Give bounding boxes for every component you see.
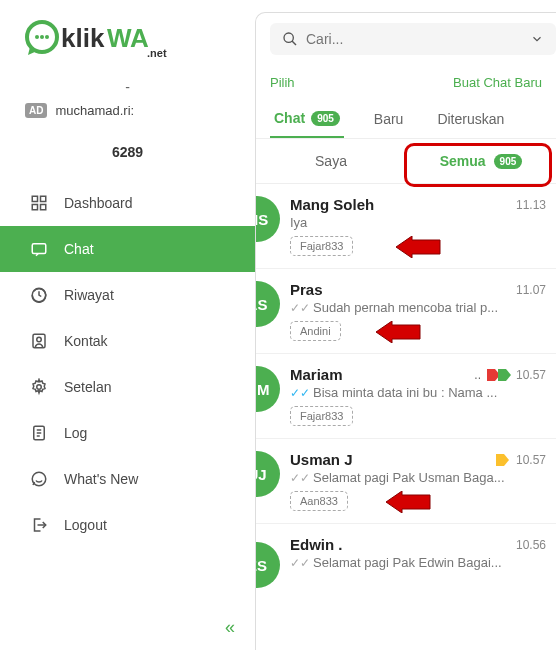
tab-saya[interactable]: Saya bbox=[256, 139, 406, 183]
search-input[interactable] bbox=[306, 31, 522, 47]
avatar: ES bbox=[256, 542, 280, 588]
chat-list: MS Mang Soleh 11.13 Iya Fajar833 AS Pras… bbox=[256, 184, 556, 600]
tab-label: Saya bbox=[315, 153, 347, 169]
collapse-sidebar-button[interactable]: « bbox=[225, 617, 235, 638]
svg-rect-7 bbox=[32, 196, 37, 201]
history-icon bbox=[30, 286, 48, 304]
agent-tag: Fajar833 bbox=[290, 236, 353, 256]
chat-time: 11.07 bbox=[516, 283, 546, 297]
svg-text:klik: klik bbox=[61, 23, 105, 53]
nav-logout[interactable]: Logout bbox=[0, 502, 255, 548]
nav-log[interactable]: Log bbox=[0, 410, 255, 456]
nav-dashboard[interactable]: Dashboard bbox=[0, 180, 255, 226]
main-panel: Pilih Buat Chat Baru Chat 905 Baru Diter… bbox=[255, 12, 556, 650]
ticks-blue-icon: ✓✓ bbox=[290, 386, 310, 400]
chat-item[interactable]: AS Pras 11.07 ✓✓Sudah pernah mencoba tri… bbox=[256, 269, 556, 354]
chat-time: 10.56 bbox=[516, 538, 546, 552]
chat-name: Pras bbox=[290, 281, 323, 298]
nav-whatsnew[interactable]: What's New bbox=[0, 456, 255, 502]
dots-indicator: .. bbox=[474, 368, 481, 382]
nav-setelan[interactable]: Setelan bbox=[0, 364, 255, 410]
svg-rect-10 bbox=[41, 205, 46, 210]
new-chat-button[interactable]: Buat Chat Baru bbox=[453, 75, 542, 90]
chat-count-badge: 905 bbox=[311, 111, 340, 126]
chat-icon bbox=[30, 240, 48, 258]
whatsapp-icon bbox=[30, 470, 48, 488]
chat-name: Usman J bbox=[290, 451, 353, 468]
top-actions: Pilih Buat Chat Baru bbox=[256, 65, 556, 100]
sidebar: klik WA .net - AD muchamad.ri: 6289 Dash… bbox=[0, 0, 255, 650]
nav-label: Riwayat bbox=[64, 287, 114, 303]
log-icon bbox=[30, 424, 48, 442]
agent-tag: Aan833 bbox=[290, 491, 348, 511]
tab-diteruskan[interactable]: Diteruskan bbox=[433, 100, 508, 138]
tab-label: Diteruskan bbox=[437, 111, 504, 127]
nav-label: What's New bbox=[64, 471, 138, 487]
grid-icon bbox=[30, 194, 48, 212]
tab-baru[interactable]: Baru bbox=[370, 100, 408, 138]
chat-item[interactable]: UJ Usman J 10.57 ✓✓Selamat pagi Pak Usma… bbox=[256, 439, 556, 524]
contact-icon bbox=[30, 332, 48, 350]
tab-semua[interactable]: Semua 905 bbox=[406, 139, 556, 183]
svg-text:.net: .net bbox=[147, 47, 167, 59]
chat-item[interactable]: MM Mariam .. 10.57 ✓✓Bisa minta data ini… bbox=[256, 354, 556, 439]
ticks-icon: ✓✓ bbox=[290, 301, 310, 315]
nav-chat[interactable]: Chat bbox=[0, 226, 255, 272]
svg-point-18 bbox=[284, 33, 293, 42]
tag-yellow-icon bbox=[496, 454, 510, 466]
agent-tag: Andini bbox=[290, 321, 341, 341]
svg-rect-11 bbox=[32, 244, 46, 254]
chat-name: Mariam bbox=[290, 366, 343, 383]
nav-label: Chat bbox=[64, 241, 94, 257]
avatar: MS bbox=[256, 196, 280, 242]
tab-label: Semua bbox=[440, 153, 486, 169]
svg-point-3 bbox=[45, 35, 49, 39]
nav-label: Dashboard bbox=[64, 195, 133, 211]
tab-label: Baru bbox=[374, 111, 404, 127]
select-button[interactable]: Pilih bbox=[270, 75, 295, 90]
tabs-primary: Chat 905 Baru Diteruskan bbox=[256, 100, 556, 139]
logout-icon bbox=[30, 516, 48, 534]
user-block: AD muchamad.ri: bbox=[0, 103, 255, 118]
semua-count-badge: 905 bbox=[494, 154, 523, 169]
username: muchamad.ri: bbox=[55, 103, 134, 118]
avatar: AS bbox=[256, 281, 280, 327]
chat-time: 10.57 bbox=[516, 453, 546, 467]
ticks-icon: ✓✓ bbox=[290, 556, 310, 570]
chat-preview: ✓✓Sudah pernah mencoba trial p... bbox=[290, 300, 546, 315]
tabs-secondary: Saya Semua 905 bbox=[256, 139, 556, 184]
nav: Dashboard Chat Riwayat Kontak Setelan Lo… bbox=[0, 180, 255, 548]
phone-number: 6289 bbox=[0, 130, 255, 174]
nav-riwayat[interactable]: Riwayat bbox=[0, 272, 255, 318]
dash-indicator: - bbox=[0, 79, 255, 95]
nav-kontak[interactable]: Kontak bbox=[0, 318, 255, 364]
chat-time: 11.13 bbox=[516, 198, 546, 212]
nav-label: Log bbox=[64, 425, 87, 441]
chat-preview: ✓✓Selamat pagi Pak Edwin Bagai... bbox=[290, 555, 546, 570]
svg-point-14 bbox=[37, 337, 42, 342]
chat-name: Edwin . bbox=[290, 536, 343, 553]
svg-text:WA: WA bbox=[107, 23, 149, 53]
chat-preview: Iya bbox=[290, 215, 546, 230]
chat-name: Mang Soleh bbox=[290, 196, 374, 213]
chevron-down-icon[interactable] bbox=[530, 32, 544, 46]
svg-rect-8 bbox=[41, 196, 46, 201]
agent-tag: Fajar833 bbox=[290, 406, 353, 426]
search-box[interactable] bbox=[270, 23, 556, 55]
gear-icon bbox=[30, 378, 48, 396]
nav-label: Setelan bbox=[64, 379, 111, 395]
svg-point-1 bbox=[35, 35, 39, 39]
svg-point-2 bbox=[40, 35, 44, 39]
tab-chat[interactable]: Chat 905 bbox=[270, 100, 344, 138]
ticks-icon: ✓✓ bbox=[290, 471, 310, 485]
avatar: UJ bbox=[256, 451, 280, 497]
chat-item[interactable]: ES Edwin . 10.56 ✓✓Selamat pagi Pak Edwi… bbox=[256, 524, 556, 600]
ad-badge: AD bbox=[25, 103, 47, 118]
svg-point-15 bbox=[37, 385, 42, 390]
nav-label: Kontak bbox=[64, 333, 108, 349]
chat-item[interactable]: MS Mang Soleh 11.13 Iya Fajar833 bbox=[256, 184, 556, 269]
chat-preview: ✓✓Bisa minta data ini bu : Nama ... bbox=[290, 385, 546, 400]
nav-label: Logout bbox=[64, 517, 107, 533]
search-icon bbox=[282, 31, 298, 47]
logo: klik WA .net bbox=[0, 15, 255, 79]
